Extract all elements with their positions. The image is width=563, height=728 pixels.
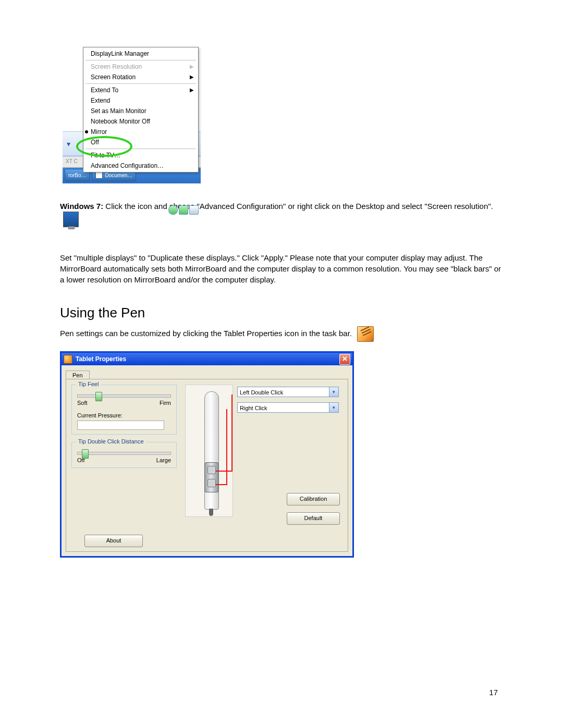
menu-item-extend[interactable]: Extend bbox=[83, 95, 198, 106]
menu-item-notebook-monitor-off[interactable]: Notebook Monitor Off bbox=[83, 116, 198, 127]
menu-item-label: Extend bbox=[91, 97, 110, 104]
menu-item-label: Notebook Monitor Off bbox=[91, 118, 150, 125]
menu-item-label: Screen Rotation bbox=[91, 73, 136, 81]
menu-item-set-as-main-monitor[interactable]: Set as Main Monitor bbox=[83, 106, 198, 116]
close-button[interactable]: ✕ bbox=[339, 354, 350, 365]
tip-feel-legend: Tip Feel bbox=[76, 381, 101, 387]
menu-item-advanced-configuration[interactable]: Advanced Configuration… bbox=[83, 161, 198, 171]
current-pressure-bar bbox=[77, 421, 164, 430]
chevron-down-icon[interactable]: ▾ bbox=[329, 403, 338, 412]
tip-feel-slider[interactable] bbox=[77, 394, 171, 398]
tip-dbl-large-label: Large bbox=[156, 457, 171, 463]
duplicate-displays-paragraph: Set "multiple displays" to "Duplicate th… bbox=[60, 252, 503, 285]
tip-feel-firm-label: Firm bbox=[160, 400, 171, 406]
current-pressure-label: Current Pressure: bbox=[77, 412, 171, 418]
tip-feel-slider-thumb[interactable] bbox=[95, 392, 102, 401]
tip-double-click-fieldset: Tip Double Click Distance Off Large bbox=[71, 442, 177, 468]
dialog-title-icon bbox=[64, 355, 72, 364]
menu-item-mirror[interactable]: Mirror bbox=[83, 127, 198, 137]
menu-item-fit-to-tv[interactable]: Fit to TV… bbox=[83, 150, 198, 161]
monitor-icon bbox=[63, 212, 79, 227]
menu-item-label: Set as Main Monitor bbox=[91, 107, 146, 115]
pen-tab-panel: Tip Feel Soft Firm Current Pressure: Tip… bbox=[66, 379, 348, 552]
submenu-arrow-icon: ▶ bbox=[190, 74, 194, 80]
chevron-down-icon[interactable]: ▾ bbox=[329, 387, 338, 397]
menu-item-label: Advanced Configuration… bbox=[91, 162, 164, 169]
pen-diagram bbox=[185, 385, 233, 517]
menu-divider bbox=[85, 83, 196, 84]
tray-icon[interactable] bbox=[179, 205, 188, 215]
menu-item-label: Mirror bbox=[91, 128, 107, 135]
menu-item-label: Fit to TV… bbox=[91, 152, 120, 159]
tab-pen[interactable]: Pen bbox=[66, 371, 90, 379]
pen-button-top bbox=[207, 466, 216, 474]
menu-item-label: DisplayLink Manager bbox=[91, 50, 149, 57]
menu-item-extend-to[interactable]: Extend To▶ bbox=[83, 85, 198, 95]
menu-item-displaylink-manager[interactable]: DisplayLink Manager bbox=[83, 48, 198, 59]
menu-item-label: Extend To bbox=[91, 87, 118, 94]
pen-paragraph-text: Pen settings can be customized by clicki… bbox=[60, 329, 352, 338]
displaylink-figure: ▾ XT C rorBo… Documen… DisplayLink Manag… bbox=[63, 47, 201, 190]
windows7-bold: Windows 7: bbox=[60, 202, 103, 211]
displaylink-context-menu[interactable]: DisplayLink ManagerScreen Resolution▶Scr… bbox=[83, 47, 199, 172]
system-tray bbox=[168, 205, 199, 215]
tablet-properties-icon bbox=[357, 326, 374, 342]
dropdown-top-value: Left Double Click bbox=[240, 389, 283, 396]
using-the-pen-heading: Using the Pen bbox=[60, 305, 503, 321]
menu-item-label: Off bbox=[91, 139, 99, 146]
menu-item-screen-resolution: Screen Resolution▶ bbox=[83, 61, 198, 72]
about-button[interactable]: About bbox=[84, 535, 143, 547]
tip-feel-fieldset: Tip Feel Soft Firm Current Pressure: bbox=[71, 385, 177, 435]
dialog-titlebar[interactable]: Tablet Properties ✕ bbox=[62, 353, 352, 365]
menu-item-label: Screen Resolution bbox=[91, 63, 142, 70]
pen-button-bottom-dropdown[interactable]: Right Click ▾ bbox=[237, 402, 339, 413]
submenu-arrow-icon: ▶ bbox=[190, 87, 194, 93]
calibration-button[interactable]: Calibration bbox=[287, 493, 340, 505]
page-number: 17 bbox=[489, 688, 498, 697]
pen-button-top-dropdown[interactable]: Left Double Click ▾ bbox=[237, 387, 339, 397]
pen-paragraph: Pen settings can be customized by clicki… bbox=[60, 326, 503, 342]
pen-button-bottom bbox=[207, 479, 216, 487]
windows7-paragraph: Windows 7: Click the icon and choose "Ad… bbox=[60, 201, 503, 227]
pen-tip bbox=[209, 509, 213, 516]
menu-divider bbox=[85, 60, 196, 60]
windows7-text: Click the icon and choose "Advanced Conf… bbox=[103, 202, 493, 211]
tray-icon[interactable] bbox=[189, 205, 199, 215]
tip-double-click-legend: Tip Double Click Distance bbox=[76, 438, 146, 445]
dialog-title: Tablet Properties bbox=[76, 355, 126, 363]
tip-feel-soft-label: Soft bbox=[77, 400, 88, 406]
dropdown-bottom-value: Right Click bbox=[240, 405, 267, 411]
menu-item-off[interactable]: Off bbox=[83, 137, 198, 147]
tip-dbl-slider-thumb[interactable] bbox=[82, 449, 89, 459]
tablet-properties-dialog: Tablet Properties ✕ Pen Tip Feel Soft Fi… bbox=[60, 351, 354, 558]
toolbar-fragment: ▾ bbox=[65, 139, 72, 149]
connector-line-bottom bbox=[216, 409, 227, 485]
tip-dbl-slider[interactable] bbox=[77, 452, 171, 455]
default-button[interactable]: Default bbox=[287, 512, 340, 525]
bullet-icon bbox=[85, 130, 88, 133]
tray-icon[interactable] bbox=[168, 205, 178, 215]
menu-item-screen-rotation[interactable]: Screen Rotation▶ bbox=[83, 72, 198, 82]
submenu-arrow-icon: ▶ bbox=[190, 64, 194, 69]
menu-divider bbox=[85, 149, 196, 149]
